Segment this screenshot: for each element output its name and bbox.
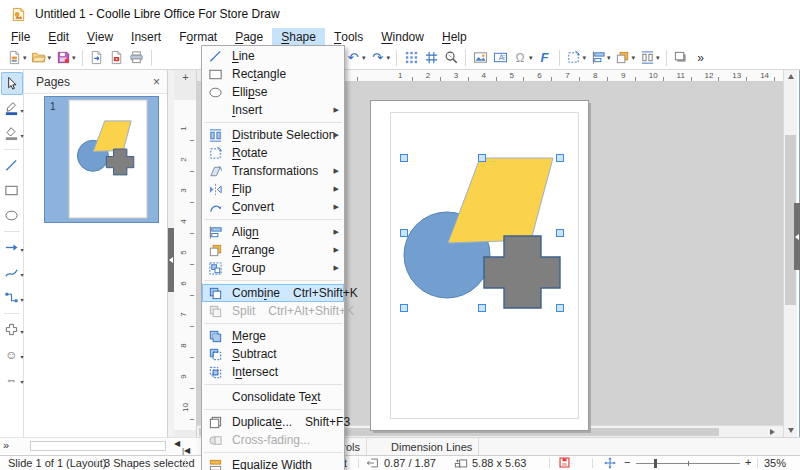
pages-panel-scrollbar[interactable] [30,441,166,451]
menubar-item-file[interactable]: File [2,28,39,46]
unsaved-changes-icon[interactable] [558,456,571,470]
scroll-right-icon[interactable] [765,426,779,437]
rotate-dropdown-icon[interactable]: ▾ [583,54,587,62]
page-thumbnail[interactable]: 1 [44,96,159,223]
new-document-button[interactable]: ▾ [4,48,29,68]
menu-item-merge[interactable]: Merge [202,327,344,345]
menubar-item-tools[interactable]: Tools [325,28,372,46]
undo-dropdown-icon[interactable]: ▾ [362,54,366,62]
fontwork-button[interactable]: F [535,48,555,68]
menu-item-distribute-selection[interactable]: Distribute Selection▶ [202,126,344,144]
export-pdf-button[interactable] [107,48,127,68]
rotate-button[interactable]: ▾ [564,48,589,68]
menubar-item-insert[interactable]: Insert [122,28,170,46]
menu-item-line[interactable]: Line [202,47,344,65]
insert-text-box-button[interactable]: A [490,48,510,68]
undo-button[interactable]: ↶▾ [343,48,368,68]
menu-item-group[interactable]: Group▶ [202,259,344,277]
zoom-slider-thumb[interactable] [654,459,657,468]
scroll-left-icon[interactable]: ◀ [174,439,180,448]
shadow-button[interactable] [671,48,691,68]
connectors-button[interactable]: ▾ [1,286,23,309]
new-document-dropdown-icon[interactable]: ▾ [23,54,27,62]
redo-button[interactable]: ↷▾ [368,48,393,68]
curves-and-polygons-button[interactable]: ▾ [1,261,23,284]
zoom-center-notch [688,461,689,466]
save-button[interactable]: ▾ [53,48,78,68]
undo-icon: ↶ [345,50,361,66]
save-dropdown-icon[interactable]: ▾ [72,54,76,62]
toolbar-overflow-button[interactable]: » [691,48,711,68]
align-objects-button[interactable]: ▾ [588,48,613,68]
select-button[interactable] [1,72,23,95]
export-button[interactable] [87,48,107,68]
zoom-level[interactable]: 35% [764,457,786,469]
redo-dropdown-icon[interactable]: ▾ [387,54,391,62]
block-arrows-button[interactable]: ⇔▾ [1,368,23,391]
close-icon[interactable]: × [153,75,160,89]
insert-rectangle-button[interactable] [1,179,23,202]
submenu-arrow-icon: ▶ [334,106,339,114]
menubar-item-edit[interactable]: Edit [39,28,78,46]
scroll-up-icon[interactable] [784,70,798,83]
scroll-down-icon[interactable] [784,424,798,437]
snap-guides-button[interactable] [421,48,441,68]
open-dropdown-icon[interactable]: ▾ [48,54,52,62]
menu-item-duplicate[interactable]: Duplicate...Shift+F3 [202,413,344,431]
sidebar-show-handle[interactable] [794,203,800,270]
special-character-button[interactable]: Ω▾ [510,48,535,68]
line-color-button[interactable]: ▾ [1,97,23,120]
menu-item-insert[interactable]: Insert▶ [202,101,344,119]
print-icon [129,50,145,66]
menu-item-equalize-width[interactable]: Equalize Width [202,456,344,470]
display-grid-button[interactable] [401,48,421,68]
arrange-dropdown-icon[interactable]: ▾ [632,54,636,62]
special-character-dropdown-icon[interactable]: ▾ [529,54,533,62]
menu-item-subtract[interactable]: Subtract [202,345,344,363]
insert-image-button[interactable] [470,48,490,68]
menubar-item-format[interactable]: Format [170,28,226,46]
menubar-item-shape[interactable]: Shape [272,28,325,46]
fit-slide-icon[interactable] [603,456,617,470]
insert-line-button[interactable] [1,154,23,177]
distribute-button[interactable]: ▾ [637,48,662,68]
ellipse-icon [207,84,223,100]
layer-tab-dimension-lines[interactable]: Dimension Lines [385,438,479,455]
zoom-slider[interactable] [636,463,740,464]
distribute-obj-icon [639,50,655,66]
open-button[interactable]: ▾ [29,48,54,68]
menu-item-consolidate-text[interactable]: Consolidate Text [202,388,344,406]
menu-item-convert[interactable]: Convert▶ [202,198,344,216]
zoom-out-icon[interactable]: − [624,456,630,468]
zoom-button[interactable] [441,48,461,68]
menu-item-align[interactable]: Align▶ [202,223,344,241]
basic-shapes-button[interactable]: ▾ [1,318,23,341]
submenu-arrow-icon: ▶ [334,246,339,254]
fill-color-button[interactable]: ▾ [1,122,23,145]
distribute-dropdown-icon[interactable]: ▾ [656,54,660,62]
scroll-first-icon[interactable]: |◀ [182,446,190,455]
menu-item-intersect[interactable]: Intersect [202,363,344,381]
menubar-item-help[interactable]: Help [433,28,476,46]
menu-item-rotate[interactable]: Rotate [202,144,344,162]
arrange-button[interactable]: ▾ [613,48,638,68]
menu-item-transformations[interactable]: Transformations▶ [202,162,344,180]
menubar-item-page[interactable]: Page [226,28,272,46]
menu-item-rectangle[interactable]: Rectangle [202,65,344,83]
menu-item-ellipse[interactable]: Ellipse [202,83,344,101]
menu-item-combine[interactable]: CombineCtrl+Shift+K [202,284,344,302]
print-button[interactable] [127,48,147,68]
symbol-shapes-button[interactable]: ☺▾ [1,343,23,366]
menu-item-arrange[interactable]: Arrange▶ [202,241,344,259]
insert-ellipse-button[interactable] [1,204,23,227]
zoom-in-icon[interactable]: + [745,456,751,468]
lines-and-arrows-button[interactable]: ▾ [1,236,23,259]
menubar-item-window[interactable]: Window [372,28,433,46]
align-objects-dropdown-icon[interactable]: ▾ [607,54,611,62]
menubar-item-view[interactable]: View [78,28,122,46]
toolbar-separator [4,149,20,150]
menu-item-flip[interactable]: Flip▶ [202,180,344,198]
ruler-tick [357,77,358,81]
drawing-toolbar-overflow-icon[interactable]: » [3,439,9,451]
menu-item-label: Line [232,49,255,63]
